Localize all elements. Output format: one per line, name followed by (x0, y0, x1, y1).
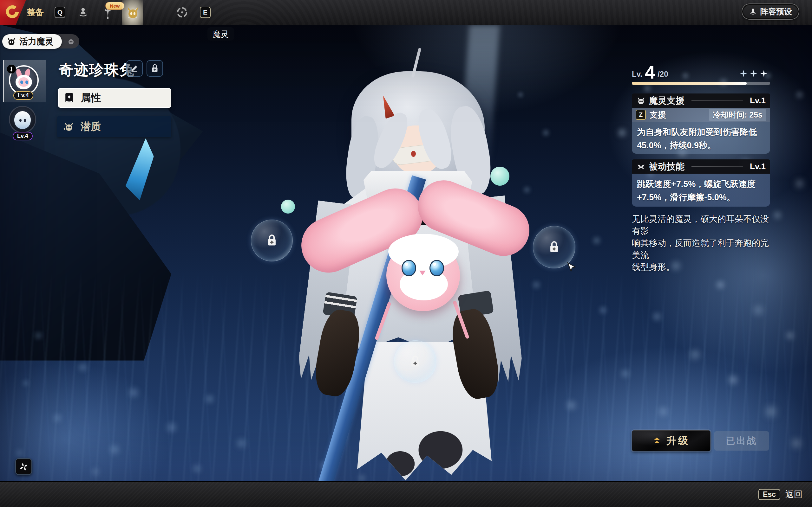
top-navigation-bar: 整备 Q New E 阵容预设 (0, 0, 812, 25)
tab-label: 属性 (81, 91, 101, 105)
mouse-cursor (566, 262, 576, 275)
star-rating (740, 70, 768, 77)
desc-line: +7.5%，滑行摩擦-5.0%。 (637, 191, 765, 204)
pet-flavor-text: 无比灵活的魔灵，硕大的耳朵不仅没有影 响其移动，反而造就了利于奔跑的完美流 线型… (632, 213, 773, 273)
tab-potential[interactable]: 潜质 (57, 116, 171, 137)
level-progress-bar (632, 82, 770, 85)
passive-skill-description: 跳跃速度+7.5%，螺旋飞跃速度 +7.5%，滑行摩擦-5.0%。 (632, 174, 770, 207)
star-icon (740, 70, 747, 77)
pet-eye (429, 260, 444, 276)
spirit-icon (63, 121, 74, 132)
panel-level: Lv.1 (750, 96, 766, 106)
filter-label: 活力魔灵 (19, 36, 54, 47)
flavor-line: 无比灵活的魔灵，硕大的耳朵不仅没有影 (632, 213, 773, 237)
spirit-filter-active-tab[interactable]: 活力魔灵 (2, 34, 62, 49)
nav-section-label: 整备 (27, 7, 44, 18)
cooldown-label: 冷却时间: 25s (709, 109, 766, 121)
pet-level-badge: Lv.4 (13, 91, 33, 100)
pencil-icon (131, 64, 139, 72)
panel-level: Lv.1 (750, 162, 766, 171)
nav-menu: 整备 Q New E (27, 0, 211, 25)
pet-eye (402, 260, 416, 276)
rename-button[interactable] (126, 60, 143, 77)
nav-tooltip: 魔灵 (207, 27, 234, 41)
star-icon (750, 70, 757, 77)
lock-icon (266, 234, 277, 247)
game-logo-icon (4, 3, 21, 21)
locked-slot-bubble[interactable] (394, 340, 437, 383)
panel-title: 被动技能 (649, 161, 684, 173)
locked-slot-bubble[interactable] (533, 226, 575, 268)
pinwheel-icon (19, 462, 29, 471)
tab-attributes[interactable]: 属性 (58, 88, 171, 108)
preset-button-label: 阵容预设 (760, 6, 792, 17)
swap-arrows-icon (7, 65, 16, 73)
nav-weapon-icon[interactable]: New (101, 0, 115, 25)
teal-pompom (490, 167, 509, 186)
keybind-q-badge: Q (55, 7, 65, 18)
person-icon (749, 8, 757, 16)
spirit-icon[interactable] (126, 6, 140, 21)
nav-character-icon[interactable] (76, 0, 90, 25)
back-label[interactable]: 返回 (785, 489, 803, 500)
support-skill-header: 魔灵支援 Lv.1 (632, 94, 770, 108)
divider-line (692, 166, 743, 167)
pet-level-badge: Lv.4 (13, 132, 33, 140)
pet-level-display: Lv. 4 /20 (632, 63, 770, 80)
divider-line (692, 101, 743, 101)
camera-mode-button[interactable] (15, 458, 32, 475)
new-badge: New (105, 2, 124, 10)
skill-name: 支援 (650, 109, 666, 120)
deployed-label: 已出战 (726, 435, 757, 447)
lock-icon (151, 64, 159, 73)
character-eye (411, 151, 416, 157)
wings-icon (636, 162, 646, 171)
pet-name-title: 奇迹珍珠兔 (59, 60, 135, 80)
support-skill-description: 为自身和队友附加受到伤害降低 45.0%，持续0.9秒。 (632, 122, 770, 154)
spirit-icon (67, 38, 75, 45)
team-preset-button[interactable]: 阵容预设 (742, 3, 799, 20)
lock-icon (410, 355, 420, 368)
keybind-e-badge: E (200, 7, 211, 18)
teal-pompom (281, 200, 295, 214)
passive-skill-header: 被动技能 Lv.1 (632, 159, 770, 174)
upgrade-button[interactable]: 升级 (632, 430, 711, 451)
level-max: /20 (658, 70, 668, 80)
keybind-z-badge: Z (636, 110, 646, 120)
game-screen: 整备 Q New E 阵容预设 魔灵 (0, 0, 812, 507)
level-value: 4 (645, 64, 655, 80)
deployed-button[interactable]: 已出战 (714, 431, 769, 451)
locked-slot-bubble[interactable] (251, 220, 293, 262)
spirit-icon (7, 37, 16, 46)
desc-line: 45.0%，持续0.9秒。 (637, 139, 765, 152)
book-icon (64, 92, 74, 104)
panel-title: 魔灵支援 (649, 95, 684, 107)
esc-key-badge: Esc (758, 489, 780, 500)
pet-avatar-ice-spirit[interactable] (9, 106, 36, 133)
desc-line: 为自身和队友附加受到伤害降低 (637, 125, 765, 139)
spirit-icon (636, 96, 646, 105)
upgrade-label: 升级 (666, 434, 690, 447)
bottom-bar: Esc 返回 (0, 481, 812, 507)
tab-label: 潜质 (81, 120, 101, 134)
nav-spirit-icon-active[interactable] (150, 0, 164, 25)
level-progress-fill (632, 82, 747, 85)
name-lock-button[interactable] (147, 60, 163, 77)
flavor-line: 响其移动，反而造就了利于奔跑的完美流 (632, 237, 773, 261)
double-chevron-up-icon (653, 436, 661, 445)
flavor-line: 线型身形。 (632, 261, 773, 273)
lock-icon (549, 240, 560, 254)
support-skill-row: Z 支援 冷却时间: 25s (632, 108, 770, 122)
level-prefix: Lv. (632, 70, 642, 80)
star-icon (760, 70, 768, 77)
desc-line: 跳跃速度+7.5%，螺旋飞跃速度 (637, 177, 765, 191)
pet-fluff (388, 234, 459, 269)
nav-rings-icon[interactable] (175, 0, 189, 25)
